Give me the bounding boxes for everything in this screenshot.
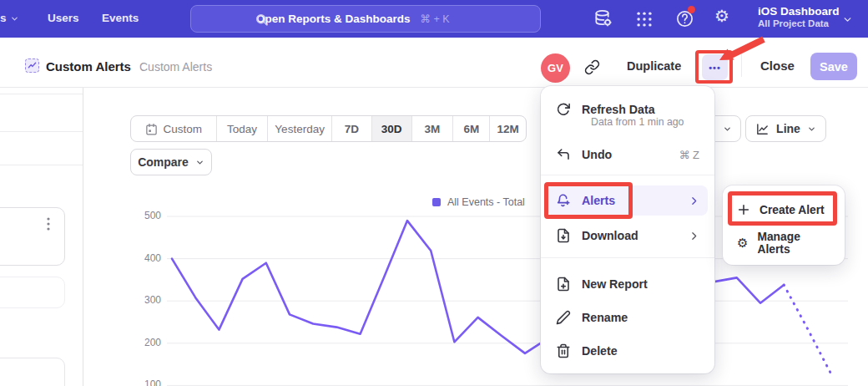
- chevron-down-icon: [195, 158, 204, 167]
- sidebar-report-card[interactable]: [0, 277, 65, 308]
- project-switcher[interactable]: iOS Dashboard All Project Data: [758, 5, 840, 28]
- chart-type-button[interactable]: Line: [745, 115, 826, 142]
- sidebar-divider: [83, 88, 83, 386]
- chevron-right-icon: [689, 231, 699, 241]
- settings-gear-icon[interactable]: ⚙: [714, 8, 729, 24]
- y-tick-label: 500: [129, 210, 161, 221]
- app-screen: 500400300200100 All Events - Total Custo…: [0, 0, 868, 386]
- nav-item-users[interactable]: Users: [48, 12, 79, 24]
- apps-grid-icon[interactable]: [635, 10, 654, 28]
- y-tick-label: 300: [129, 294, 161, 306]
- range-yesterday[interactable]: Yesterday: [267, 116, 331, 141]
- sidebar-report-card[interactable]: [0, 358, 65, 386]
- file-plus-icon: [556, 277, 571, 292]
- global-search[interactable]: Open Reports & Dashboards ⌘ + K: [190, 5, 541, 33]
- pencil-icon: [556, 310, 571, 325]
- y-tick-label: 100: [129, 378, 161, 386]
- menu-item-undo[interactable]: Undo ⌘ Z: [548, 140, 708, 170]
- search-shortcut: ⌘ + K: [421, 13, 450, 25]
- search-icon: [255, 13, 269, 27]
- clipped-nav-item[interactable]: s: [0, 12, 7, 24]
- range-today[interactable]: Today: [216, 116, 268, 141]
- sidebar-row-divider: [0, 94, 83, 94]
- save-button[interactable]: Save: [810, 53, 857, 80]
- annotation-box-alerts: [544, 182, 633, 219]
- menu-item-rename[interactable]: Rename: [548, 302, 708, 333]
- range-6m[interactable]: 6M: [452, 116, 489, 141]
- chevron-down-icon: [807, 124, 816, 134]
- submenu-item-manage-alerts[interactable]: ⚙ Manage Alerts: [729, 229, 839, 257]
- chevron-down-icon: [842, 14, 853, 25]
- page-title: Custom Alerts: [46, 59, 131, 74]
- range-custom[interactable]: Custom: [131, 116, 216, 141]
- chevron-down-icon: [723, 124, 732, 134]
- annotation-box-more-button: [695, 50, 733, 84]
- project-title: iOS Dashboard: [758, 5, 840, 18]
- sidebar-row-divider: [0, 165, 83, 165]
- menu-item-new-report[interactable]: New Report: [548, 269, 708, 299]
- y-tick-label: 200: [129, 337, 161, 348]
- toolbar-divider: [741, 53, 742, 77]
- menu-refresh-subtitle: Data from 1 min ago: [591, 116, 684, 128]
- chart-legend[interactable]: All Events - Total: [432, 196, 525, 208]
- y-tick-label: 400: [129, 252, 161, 264]
- notification-dot: [688, 6, 695, 13]
- report-type-icon: [25, 58, 39, 73]
- calendar-icon: [145, 123, 158, 135]
- chart-projected-line: [784, 285, 830, 373]
- menu-separator: [541, 175, 714, 175]
- close-button[interactable]: Close: [760, 58, 795, 73]
- undo-icon: [556, 147, 571, 162]
- trash-icon: [556, 343, 571, 358]
- download-file-icon: [556, 228, 571, 243]
- share-link-icon[interactable]: [584, 59, 600, 75]
- undo-shortcut: ⌘ Z: [679, 149, 699, 161]
- refresh-icon: [556, 102, 571, 117]
- range-30d-selected[interactable]: 30D: [371, 116, 411, 141]
- nav-item-events[interactable]: Events: [102, 12, 139, 24]
- sidebar-row-divider: [0, 131, 83, 132]
- date-range-segmented-control: Custom Today Yesterday 7D 30D 3M 6M 12M: [130, 115, 527, 142]
- chevron-right-icon: [689, 196, 699, 206]
- range-12m[interactable]: 12M: [489, 116, 526, 141]
- search-placeholder: Open Reports & Dashboards: [256, 13, 411, 25]
- annotation-box-create-alert: [728, 191, 837, 226]
- avatar[interactable]: GV: [541, 53, 570, 83]
- menu-item-download[interactable]: Download: [548, 221, 708, 251]
- line-chart-icon: [755, 122, 770, 136]
- gear-icon: ⚙: [737, 237, 748, 250]
- sidebar-report-card[interactable]: [0, 207, 65, 266]
- data-management-icon[interactable]: [593, 9, 613, 28]
- range-7d[interactable]: 7D: [331, 116, 371, 141]
- menu-separator: [541, 257, 714, 258]
- more-options-menu: Refresh Data Data from 1 min ago Undo ⌘ …: [541, 86, 714, 373]
- legend-swatch: [432, 198, 441, 206]
- chevron-down-icon: [10, 14, 19, 23]
- top-navbar: s Users Events Open Reports & Dashboards…: [0, 0, 868, 38]
- compare-button[interactable]: Compare: [130, 149, 212, 175]
- legend-label: All Events - Total: [447, 196, 525, 208]
- kebab-menu-icon[interactable]: [43, 216, 54, 231]
- duplicate-button[interactable]: Duplicate: [627, 59, 681, 73]
- project-subtitle: All Project Data: [758, 18, 840, 28]
- range-3m[interactable]: 3M: [411, 116, 453, 141]
- menu-item-delete[interactable]: Delete: [548, 336, 708, 366]
- breadcrumb: Custom Alerts: [139, 60, 212, 74]
